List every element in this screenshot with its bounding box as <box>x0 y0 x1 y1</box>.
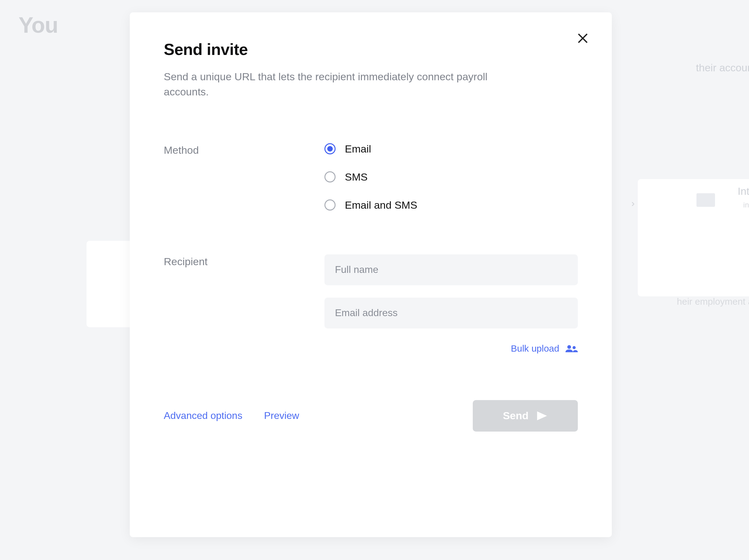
backdrop-text-into: into <box>743 201 749 209</box>
chevron-right-icon: › <box>631 198 635 209</box>
send-invite-modal: Send invite Send a unique URL that lets … <box>130 12 612 537</box>
bulk-upload-row: Bulk upload <box>324 343 578 354</box>
bulk-upload-link[interactable]: Bulk upload <box>511 343 578 354</box>
method-row: Method Email SMS Email and SMS <box>164 143 578 211</box>
close-icon <box>575 31 590 46</box>
svg-point-2 <box>567 345 571 349</box>
svg-point-3 <box>573 346 576 349</box>
footer-left-links: Advanced options Preview <box>164 410 299 421</box>
method-radio-sms[interactable]: SMS <box>324 171 578 183</box>
full-name-input[interactable] <box>324 254 578 285</box>
method-radio-both[interactable]: Email and SMS <box>324 199 578 211</box>
recipient-row: Recipient Bulk upload <box>164 254 578 354</box>
radio-label: Email <box>345 143 371 155</box>
send-button[interactable]: Send <box>473 400 578 431</box>
backdrop-text-inte: Inte <box>737 185 749 197</box>
modal-title: Send invite <box>164 40 578 59</box>
recipient-label: Recipient <box>164 254 324 268</box>
method-radio-email[interactable]: Email <box>324 143 578 155</box>
advanced-options-link[interactable]: Advanced options <box>164 410 242 421</box>
radio-indicator-icon <box>324 143 336 154</box>
radio-label: SMS <box>345 171 368 183</box>
method-label: Method <box>164 143 324 156</box>
modal-description: Send a unique URL that lets the recipien… <box>164 69 504 100</box>
send-button-label: Send <box>503 410 528 422</box>
modal-footer: Advanced options Preview Send <box>164 400 578 431</box>
backdrop-placeholder-icon <box>697 193 715 207</box>
radio-label: Email and SMS <box>345 199 417 211</box>
email-input[interactable] <box>324 298 578 329</box>
bulk-upload-label: Bulk upload <box>511 343 559 354</box>
people-icon <box>565 344 578 353</box>
backdrop-tagline-fragment: their accounts <box>696 62 749 74</box>
backdrop-right-stub <box>638 179 749 296</box>
radio-indicator-icon <box>324 199 336 210</box>
preview-link[interactable]: Preview <box>264 410 299 421</box>
close-button[interactable] <box>575 31 590 46</box>
backdrop-text-emp: heir employment acco <box>677 296 749 307</box>
send-icon <box>536 410 548 422</box>
recipient-fields: Bulk upload <box>324 254 578 354</box>
radio-indicator-icon <box>324 171 336 182</box>
method-radio-group: Email SMS Email and SMS <box>324 143 578 211</box>
